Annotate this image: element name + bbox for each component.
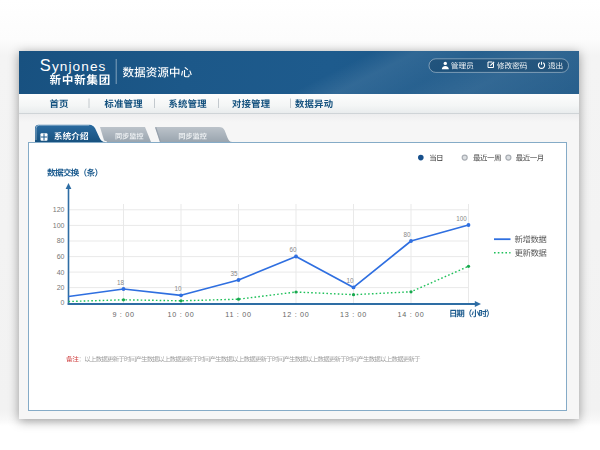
- svg-text:Synjones: Synjones: [40, 56, 107, 74]
- svg-text:10: 10: [174, 285, 182, 292]
- svg-text:9 : 00: 9 : 00: [112, 310, 134, 319]
- svg-text:80: 80: [403, 231, 411, 238]
- svg-text:80: 80: [57, 237, 65, 244]
- svg-text:12 : 00: 12 : 00: [283, 310, 310, 319]
- svg-text:60: 60: [57, 253, 65, 260]
- svg-text:0: 0: [61, 299, 65, 306]
- svg-text:120: 120: [53, 206, 65, 213]
- svg-text:10 : 00: 10 : 00: [168, 310, 195, 319]
- svg-text:60: 60: [289, 246, 297, 253]
- svg-text:100: 100: [456, 215, 467, 222]
- svg-text:14 : 00: 14 : 00: [398, 310, 425, 319]
- svg-text:20: 20: [57, 284, 65, 291]
- svg-text:18: 18: [117, 279, 125, 286]
- svg-text:13 : 00: 13 : 00: [340, 310, 367, 319]
- svg-text:100: 100: [53, 222, 65, 229]
- svg-text:11 : 00: 11 : 00: [225, 310, 251, 319]
- svg-text:10: 10: [346, 277, 354, 284]
- svg-text:35: 35: [230, 270, 238, 277]
- svg-text:40: 40: [57, 269, 65, 276]
